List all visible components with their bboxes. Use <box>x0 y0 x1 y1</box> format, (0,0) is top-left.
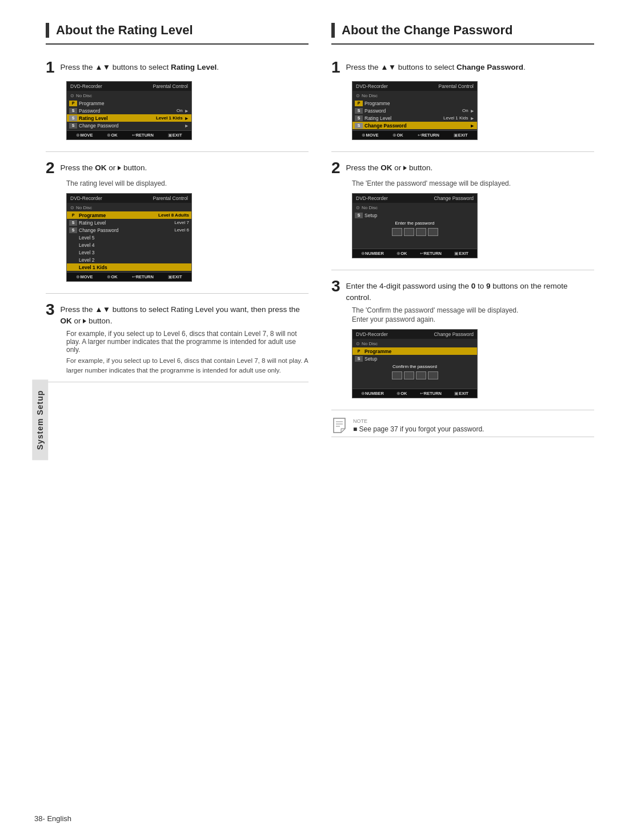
right-title-text: About the Change Password <box>342 23 512 38</box>
no-disc-row: ⊙ No Disc <box>67 92 191 99</box>
left-step1-header: 1 Press the ▲▼ buttons to select Rating … <box>46 59 308 75</box>
change-pw-row: S Change Password ► <box>67 122 191 129</box>
no-disc-row-2: ⊙ No Disc <box>67 204 191 211</box>
right-setup-label-2: Setup <box>364 213 475 218</box>
footer2-move: ⊕MOVE <box>76 274 93 279</box>
right-footer1-return: ↩RETURN <box>418 133 439 138</box>
right-step1-text: Press the ▲▼ buttons to select Change Pa… <box>346 59 526 73</box>
right-setup-row-2: S Setup <box>352 211 477 219</box>
right-title-bar-icon <box>331 23 335 38</box>
right-step2-subtext: The 'Enter the password' message will be… <box>352 179 594 187</box>
left-screen-2: DVD-Recorder Parental Control ⊙ No Disc … <box>66 193 308 282</box>
changepw-label: Change Password <box>79 123 183 129</box>
right-footer1-exit: ▣EXIT <box>454 133 468 138</box>
right-password-row: S Password On ► <box>352 107 477 114</box>
rating-row-2: S Rating Level Level 7 <box>67 219 191 226</box>
confirm-pw-box-1 <box>392 371 402 379</box>
left-step2-subtext: The rating level will be displayed. <box>66 179 308 187</box>
password-value: On <box>177 108 183 113</box>
dvd-screen-left-1: DVD-Recorder Parental Control ⊙ No Disc … <box>66 81 192 140</box>
footer-exit: ▣EXIT <box>168 133 182 138</box>
level6: Level 6 <box>174 227 189 233</box>
right-changepw-row: S Change Password ► <box>352 122 477 129</box>
confirm-pw-box-4 <box>428 371 438 379</box>
right-setup-row-3: S Setup <box>352 355 477 362</box>
level2: Level 2 <box>69 257 189 263</box>
dvd-screen-right-1: DVD-Recorder Parental Control ⊙ No Disc … <box>352 81 478 140</box>
right-no-disc-2: ⊙ No Disc <box>352 204 477 211</box>
pw-box-2 <box>404 228 414 236</box>
note-icon <box>331 417 347 433</box>
right-prog-label-3: Programme <box>364 349 475 354</box>
right-screen3-header: DVD-Recorder Change Password <box>352 330 477 339</box>
level8-adults: Level 8 Adults <box>134 213 190 218</box>
right-screen3-header-right: Change Password <box>434 331 474 337</box>
right-screen1-body: ⊙ No Disc P Programme S Password On ► <box>352 91 477 130</box>
password-arrow: ► <box>185 108 189 114</box>
right-setup-label-3: Setup <box>364 356 475 362</box>
screen2-header: DVD-Recorder Parental Control <box>67 194 191 203</box>
right-pw-icon: S <box>355 108 363 114</box>
right-rating-label: Rating Level <box>364 115 443 121</box>
right-section-title: About the Change Password <box>331 23 594 45</box>
right-footer3-ok: ⊕OK <box>396 391 407 396</box>
confirm-pw-label: Confirm the password <box>352 362 477 370</box>
confirm-pw-box-2 <box>404 371 414 379</box>
right-screen3-footer: ⊕NUMBER ⊕OK ↩RETURN ▣EXIT <box>352 389 477 398</box>
right-screen2-footer: ⊕NUMBER ⊕OK ↩RETURN ▣EXIT <box>352 249 477 258</box>
right-setup-icon-3: S <box>355 356 363 362</box>
right-prog-icon: P <box>355 101 363 106</box>
right-screen-3: DVD-Recorder Change Password ⊙ No Disc P… <box>352 329 594 398</box>
footer-return: ↩RETURN <box>132 133 154 138</box>
right-step-number-1: 1 <box>331 59 340 75</box>
right-screen3-body: ⊙ No Disc P Programme S Setup Confirm th… <box>352 339 477 389</box>
left-title-text: About the Rating Level <box>56 23 193 38</box>
right-screen2-body: ⊙ No Disc S Setup Enter the password <box>352 203 477 249</box>
right-screen2-header: DVD-Recorder Change Password <box>352 194 477 203</box>
right-step3-text: Enter the 4-digit password using the 0 t… <box>346 278 594 303</box>
step-number-1: 1 <box>46 59 55 75</box>
screen-footer: ⊕MOVE ⊕OK ↩RETURN ▣EXIT <box>67 130 191 139</box>
right-step1-header: 1 Press the ▲▼ buttons to select Change … <box>331 59 594 75</box>
right-step-1: 1 Press the ▲▼ buttons to select Change … <box>331 51 594 152</box>
right-step3-header: 3 Enter the 4-digit password using the 0… <box>331 278 594 303</box>
left-step2-text: Press the OK or button. <box>61 160 147 174</box>
right-prog-label: Programme <box>364 101 475 106</box>
right-step2-text: Press the OK or button. <box>346 160 433 174</box>
footer-move: ⊕MOVE <box>76 133 93 138</box>
right-pw-label: Password <box>364 108 462 114</box>
rating-label-2: Rating Level <box>79 220 174 226</box>
right-step-number-3: 3 <box>331 278 340 294</box>
changepw-icon: S <box>69 123 77 129</box>
right-step-2: 2 Press the OK or button. The 'Enter the… <box>331 152 594 270</box>
note-label: NOTE <box>353 418 484 424</box>
pw-box-1 <box>392 228 402 236</box>
dvd-screen-right-2: DVD-Recorder Change Password ⊙ No Disc S… <box>352 193 478 258</box>
right-setup-icon-2: S <box>355 213 363 218</box>
right-no-disc-1: ⊙ No Disc <box>352 92 477 99</box>
right-footer1-ok: ⊕OK <box>392 133 403 138</box>
right-step3-subtext2: Enter your password again. <box>352 315 594 323</box>
step-number-3: 3 <box>46 302 55 318</box>
pw-box-4 <box>428 228 438 236</box>
level4: Level 4 <box>69 242 189 248</box>
right-changepw-arrow: ► <box>470 123 475 129</box>
dvd-screen-left-2: DVD-Recorder Parental Control ⊙ No Disc … <box>66 193 192 282</box>
right-prog-row-3: P Programme <box>352 347 477 355</box>
confirm-pw-boxes <box>352 370 477 382</box>
enter-pw-label: Enter the password <box>352 219 477 226</box>
level4-row: Level 4 <box>67 241 191 249</box>
level1: Level 1 Kids <box>69 265 189 270</box>
setup-icon: S <box>69 108 77 114</box>
level3: Level 3 <box>69 250 189 255</box>
password-label: Password <box>79 108 177 114</box>
footer-ok: ⊕OK <box>107 133 117 138</box>
step-number-2: 2 <box>46 160 55 176</box>
screen2-body: ⊙ No Disc P Programme Level 8 Adults S R… <box>67 203 191 272</box>
left-screen-1: DVD-Recorder Parental Control ⊙ No Disc … <box>66 81 308 140</box>
right-footer2-ok: ⊕OK <box>396 251 407 256</box>
rating-arrow: ► <box>185 115 189 121</box>
left-step-3: 3 Press the ▲▼ buttons to select Rating … <box>46 294 308 382</box>
right-screen1-header: DVD-Recorder Parental Control <box>352 82 477 91</box>
pw-boxes <box>352 226 477 238</box>
